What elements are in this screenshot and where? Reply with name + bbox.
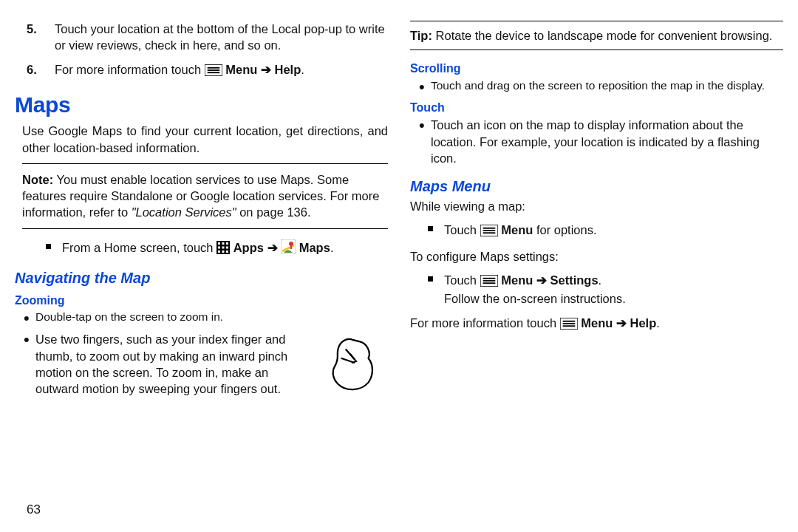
menu-icon xyxy=(480,274,498,290)
zoom-bullet-1: Double-tap on the screen to zoom in. xyxy=(35,310,388,325)
mm-sq2-arrow: ➔ xyxy=(533,273,550,287)
page-number: 63 xyxy=(27,502,41,519)
mm-sq1-pre: Touch xyxy=(444,223,480,236)
step-6-help: Help xyxy=(275,63,301,76)
mm-sq2-menu: Menu xyxy=(501,273,533,287)
maps-intro: Use Google Maps to find your current loc… xyxy=(22,123,388,156)
step-6-arrow: ➔ xyxy=(257,63,274,76)
mm-more-help: Help xyxy=(630,316,657,330)
maps-app-icon xyxy=(281,239,296,258)
mm-more-pre: For more information touch xyxy=(410,316,560,330)
home-period: . xyxy=(330,241,334,254)
zoom-bullet-2: Use two fingers, such as your index fing… xyxy=(35,331,314,397)
mm-sq1-post: for options. xyxy=(533,223,596,236)
step-5-num: 5. xyxy=(27,21,37,37)
note-b: on page 136. xyxy=(236,205,311,219)
menu-icon xyxy=(480,224,498,240)
tip-text: Rotate the device to landscape mode for … xyxy=(432,29,772,42)
heading-navigating: Navigating the Map xyxy=(15,268,388,288)
scroll-bullet-1: Touch and drag on the screen to repositi… xyxy=(431,78,783,94)
mm-conf: To configure Maps settings: xyxy=(410,248,783,265)
step-6-pre: For more information touch xyxy=(55,63,205,76)
mm-sq2-period: . xyxy=(598,273,602,287)
note-label: Note: xyxy=(22,173,53,186)
menu-icon xyxy=(205,64,222,80)
step-6-menu: Menu xyxy=(225,63,257,76)
step-6: 6. For more information touch Menu ➔ Hel… xyxy=(55,61,388,80)
mm-more: For more information touch Menu ➔ Help. xyxy=(410,315,783,333)
home-pre: From a Home screen, touch xyxy=(62,241,216,254)
heading-maps: Maps xyxy=(15,90,388,120)
menu-icon xyxy=(560,317,578,333)
note-block: Note: You must enable location services … xyxy=(22,163,388,229)
home-apps: Apps xyxy=(233,241,264,254)
mm-sq2: Touch Menu ➔ Settings. Follow the on-scr… xyxy=(444,272,783,307)
mm-sq2-pre: Touch xyxy=(444,273,480,287)
apps-grid-icon xyxy=(216,241,230,258)
mm-more-period: . xyxy=(656,316,660,330)
mm-more-menu: Menu xyxy=(581,316,613,330)
mm-sq2-set: Settings xyxy=(550,273,598,287)
home-maps: Maps xyxy=(299,241,330,254)
heading-scrolling: Scrolling xyxy=(410,61,783,77)
note-ref: "Location Services" xyxy=(132,205,236,219)
mm-sq1: Touch Menu for options. xyxy=(444,222,783,240)
heading-zooming: Zooming xyxy=(15,293,388,309)
heading-maps-menu: Maps Menu xyxy=(410,177,783,197)
step-6-num: 6. xyxy=(27,61,37,78)
step-6-period: . xyxy=(301,63,304,76)
home-screen-step: From a Home screen, touch Apps ➔ Maps. xyxy=(62,239,388,258)
heading-touch: Touch xyxy=(410,100,783,116)
step-5: 5. Touch your location at the bottom of … xyxy=(55,21,388,54)
step-5-text: Touch your location at the bottom of the… xyxy=(55,22,385,52)
touch-bullet-1: Touch an icon on the map to display info… xyxy=(431,117,783,166)
mm-sq2-follow: Follow the on-screen instructions. xyxy=(444,290,783,307)
tip-label: Tip: xyxy=(410,29,432,42)
mm-more-arrow: ➔ xyxy=(613,316,630,330)
tip-block: Tip: Rotate the device to landscape mode… xyxy=(410,21,783,50)
pinch-gesture-icon xyxy=(324,335,383,397)
mm-while: While viewing a map: xyxy=(410,198,783,214)
mm-sq1-menu: Menu xyxy=(501,223,533,236)
home-arrow: ➔ xyxy=(264,241,281,254)
